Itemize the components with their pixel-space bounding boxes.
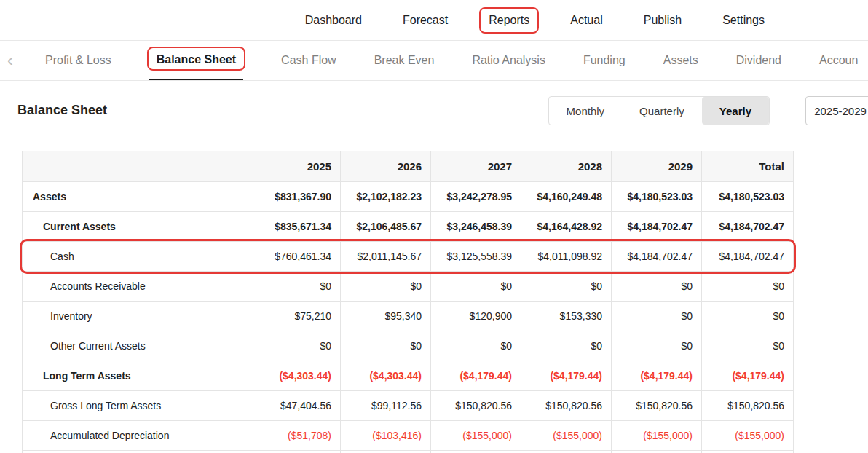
table-row-other-current-assets[interactable]: Other Current Assets$0$0$0$0$0$0	[23, 331, 794, 361]
nav-item-forecast[interactable]: Forecast	[403, 14, 448, 27]
row-value: $760,461.34	[250, 242, 341, 272]
row-value: $0	[250, 272, 341, 302]
row-value: $2,106,485.67	[341, 212, 431, 242]
table-row-gross-long-term-assets[interactable]: Gross Long Term Assets$47,404.56$99,112.…	[23, 391, 794, 421]
tab-assets[interactable]: Assets	[663, 41, 698, 80]
tab-break-even[interactable]: Break Even	[374, 41, 435, 80]
nav-item-publish[interactable]: Publish	[644, 14, 682, 27]
row-value: ($51,708)	[250, 421, 341, 451]
row-value: $0	[612, 331, 702, 361]
table-header-row: 20252026202720282029Total	[23, 151, 794, 182]
row-value: $0	[250, 331, 341, 361]
table-row-inventory[interactable]: Inventory$75,210$95,340$120,900$153,330$…	[23, 302, 794, 331]
tabs-scroll-left-icon[interactable]: ‹	[7, 52, 25, 69]
row-value: $0	[431, 331, 521, 361]
tab-label: Balance Sheet	[157, 53, 236, 66]
top-nav: DashboardForecastReportsActualPublishSet…	[0, 0, 868, 41]
balance-sheet-table: 20252026202720282029Total Assets$831,367…	[22, 151, 794, 453]
nav-item-label: Dashboard	[305, 14, 362, 26]
table-column-header-2025: 2025	[250, 151, 341, 182]
row-value: $0	[702, 272, 794, 302]
row-value: ($4,303.44)	[250, 361, 341, 391]
table-corner-cell	[23, 151, 250, 182]
toggle-option-quarterly[interactable]: Quarterly	[622, 97, 702, 125]
table-row-accounts-receivable[interactable]: Accounts Receivable$0$0$0$0$0$0	[23, 272, 794, 302]
row-value: $4,184,702.47	[612, 212, 702, 242]
row-value: $0	[341, 331, 431, 361]
row-value: $150,820.56	[431, 391, 521, 421]
row-value: $0	[702, 302, 794, 331]
table-row-accumulated-depreciation[interactable]: Accumulated Depreciation($51,708)($103,4…	[23, 421, 794, 451]
row-value: ($155,000)	[702, 421, 794, 451]
row-value: $120,900	[431, 302, 521, 331]
row-label: Accounts Receivable	[23, 272, 250, 302]
nav-item-settings[interactable]: Settings	[722, 14, 765, 27]
table-column-header-2027: 2027	[431, 151, 521, 182]
row-value	[250, 451, 341, 453]
tab-label: Funding	[583, 54, 626, 67]
period-toggle: MonthlyQuarterlyYearly	[548, 96, 770, 125]
tab-balance-sheet[interactable]: Balance Sheet	[149, 41, 243, 80]
row-value: $3,125,558.39	[431, 242, 521, 272]
row-value: $831,367.90	[250, 182, 341, 212]
table-column-header-2026: 2026	[341, 151, 431, 182]
tab-dividend[interactable]: Dividend	[736, 41, 781, 80]
row-value: $835,671.34	[250, 212, 341, 242]
table-row-blank	[23, 451, 794, 453]
table-row-current-assets[interactable]: Current Assets$835,671.34$2,106,485.67$3…	[23, 212, 794, 242]
toggle-option-yearly[interactable]: Yearly	[702, 97, 769, 125]
nav-item-label: Settings	[722, 14, 765, 26]
row-value: $4,160,249.48	[521, 182, 612, 212]
tab-ratio-analysis[interactable]: Ratio Analysis	[472, 41, 545, 80]
row-value: $95,340	[341, 302, 431, 331]
row-value: $4,164,428.92	[521, 212, 612, 242]
table-header: 20252026202720282029Total	[23, 151, 794, 182]
tab-cash-flow[interactable]: Cash Flow	[281, 41, 336, 80]
row-value: ($155,000)	[431, 421, 521, 451]
row-label: Gross Long Term Assets	[23, 391, 250, 421]
nav-item-actual[interactable]: Actual	[570, 14, 602, 27]
tab-funding[interactable]: Funding	[583, 41, 626, 80]
year-range-select[interactable]: 2025-2029	[805, 96, 868, 125]
nav-item-label: Reports	[489, 14, 529, 26]
row-value: $153,330	[521, 302, 612, 331]
row-value: $2,102,182.23	[341, 182, 431, 212]
row-label: Assets	[23, 182, 250, 212]
row-value: $0	[431, 272, 521, 302]
table-row-assets[interactable]: Assets$831,367.90$2,102,182.23$3,242,278…	[23, 182, 794, 212]
row-value: $2,011,145.67	[341, 242, 431, 272]
row-value: $150,820.56	[702, 391, 794, 421]
row-value: $4,184,702.47	[702, 212, 794, 242]
table-row-cash[interactable]: Cash$760,461.34$2,011,145.67$3,125,558.3…	[23, 242, 794, 272]
row-value: $4,011,098.92	[521, 242, 612, 272]
page-title: Balance Sheet	[17, 103, 107, 118]
row-label: Current Assets	[23, 212, 250, 242]
tab-profit-loss[interactable]: Profit & Loss	[45, 41, 111, 80]
nav-item-dashboard[interactable]: Dashboard	[305, 14, 362, 27]
row-value: $150,820.56	[521, 391, 612, 421]
row-value	[612, 451, 702, 453]
row-value: ($4,179.44)	[431, 361, 521, 391]
row-value: ($4,179.44)	[702, 361, 794, 391]
nav-item-label: Forecast	[403, 14, 448, 26]
tab-label: Break Even	[374, 54, 435, 67]
tab-accoun[interactable]: Accoun	[819, 41, 858, 80]
row-label: Inventory	[23, 302, 250, 331]
row-value: $0	[521, 272, 612, 302]
table-row-long-term-assets[interactable]: Long Term Assets($4,303.44)($4,303.44)($…	[23, 361, 794, 391]
row-label: Cash	[23, 242, 250, 272]
tab-label: Ratio Analysis	[472, 54, 545, 67]
row-value: ($4,179.44)	[521, 361, 612, 391]
nav-item-label: Publish	[644, 14, 682, 26]
row-value	[702, 451, 794, 453]
row-label: Long Term Assets	[23, 361, 250, 391]
row-value: $47,404.56	[250, 391, 341, 421]
nav-item-label: Actual	[570, 14, 602, 26]
toggle-option-monthly[interactable]: Monthly	[549, 97, 623, 125]
table-column-header-total: Total	[702, 151, 794, 182]
row-value	[521, 451, 612, 453]
nav-item-reports[interactable]: Reports	[489, 14, 529, 27]
report-tabs: Profit & LossBalance SheetCash FlowBreak…	[45, 41, 858, 80]
row-label: Accumulated Depreciation	[23, 421, 250, 451]
row-label	[23, 451, 250, 453]
